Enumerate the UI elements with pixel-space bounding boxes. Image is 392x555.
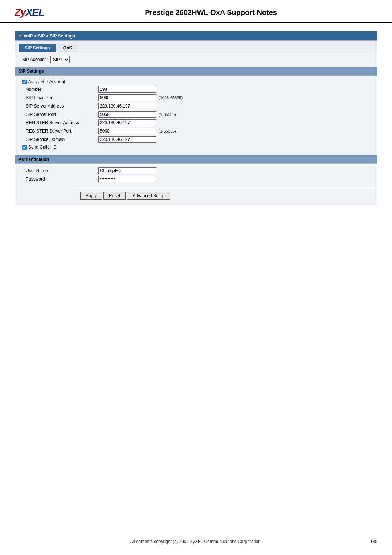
button-bar: Apply Reset Advanced Setup	[73, 188, 377, 205]
sip-local-port-input[interactable]	[98, 94, 156, 101]
main-content: ✦ VoIP > SIP > SIP Settings SIP Settings…	[0, 31, 392, 205]
footer-copyright: All contents copyright (c) 2005 ZyXEL Co…	[0, 539, 392, 544]
sip-server-port-input[interactable]	[98, 111, 156, 118]
page-header: ZyXEL Prestige 2602HWL-DxA Support Notes	[0, 0, 392, 23]
tab-bar: SIP Settings QoS	[15, 41, 377, 52]
sip-server-port-hint: (1-65535)	[159, 112, 176, 117]
sip-account-row: SIP Account : SIP1 SIP2	[15, 52, 377, 67]
apply-button[interactable]: Apply	[80, 192, 102, 200]
sip-server-address-label: SIP Server Address	[26, 104, 98, 109]
register-server-port-input[interactable]	[98, 128, 156, 134]
number-row: Number	[22, 86, 370, 93]
register-server-port-row: REGISTER Server Port (1-65535)	[22, 128, 370, 134]
tab-qos[interactable]: QoS	[57, 44, 78, 52]
send-caller-id-checkbox[interactable]	[22, 145, 27, 150]
sip-local-port-label: SIP Local Port	[26, 95, 98, 100]
password-input[interactable]	[98, 176, 156, 182]
sip-local-port-hint: (1025-65535)	[159, 96, 183, 100]
logo: ZyXEL	[15, 7, 44, 18]
nav-icon: ✦	[18, 33, 22, 39]
username-input[interactable]	[98, 167, 156, 174]
sip-local-port-row: SIP Local Port (1025-65535)	[22, 94, 370, 101]
sip-server-port-label: SIP Server Port	[26, 112, 98, 117]
active-sip-label: Active SIP Account	[22, 79, 65, 84]
sip-settings-content: Active SIP Account Number SIP Local Port…	[15, 76, 377, 155]
register-server-address-label: REGISTER Server Address	[26, 120, 98, 125]
username-row: User Name	[22, 167, 370, 174]
send-caller-id-row: Send Caller ID	[22, 145, 370, 150]
sip-server-address-input[interactable]	[98, 103, 156, 109]
sip-settings-header: SIP Settings	[15, 67, 377, 76]
reset-button[interactable]: Reset	[103, 192, 126, 200]
sip-server-address-row: SIP Server Address	[22, 103, 370, 109]
breadcrumb: VoIP > SIP > SIP Settings	[24, 33, 75, 39]
page-title: Prestige 2602HWL-DxA Support Notes	[44, 8, 377, 17]
username-label: User Name	[26, 168, 98, 173]
advanced-setup-button[interactable]: Advanced Setup	[127, 192, 170, 200]
number-input[interactable]	[98, 86, 156, 93]
sip-account-select[interactable]: SIP1 SIP2	[50, 56, 70, 63]
password-label: Password	[26, 177, 98, 182]
sip-server-port-row: SIP Server Port (1-65535)	[22, 111, 370, 118]
register-server-port-hint: (1-65535)	[159, 129, 176, 133]
send-caller-id-label: Send Caller ID	[22, 145, 57, 150]
active-sip-checkbox[interactable]	[22, 80, 27, 84]
panel: SIP Settings QoS SIP Account : SIP1 SIP2…	[15, 40, 377, 205]
sip-service-domain-row: SIP Service Domain	[22, 136, 370, 143]
authentication-content: User Name Password	[15, 164, 377, 188]
password-row: Password	[22, 176, 370, 182]
active-sip-row: Active SIP Account	[22, 79, 370, 84]
sip-account-label: SIP Account :	[22, 57, 48, 62]
tab-sip-settings[interactable]: SIP Settings	[19, 44, 56, 52]
page-number: 135	[370, 539, 377, 544]
register-server-address-input[interactable]	[98, 119, 156, 126]
number-label: Number	[26, 87, 98, 92]
register-server-port-label: REGISTER Server Port	[26, 129, 98, 134]
authentication-header: Authentication	[15, 155, 377, 164]
sip-service-domain-label: SIP Service Domain	[26, 137, 98, 142]
sip-service-domain-input[interactable]	[98, 136, 156, 143]
register-server-address-row: REGISTER Server Address	[22, 119, 370, 126]
nav-bar: ✦ VoIP > SIP > SIP Settings	[15, 31, 377, 40]
